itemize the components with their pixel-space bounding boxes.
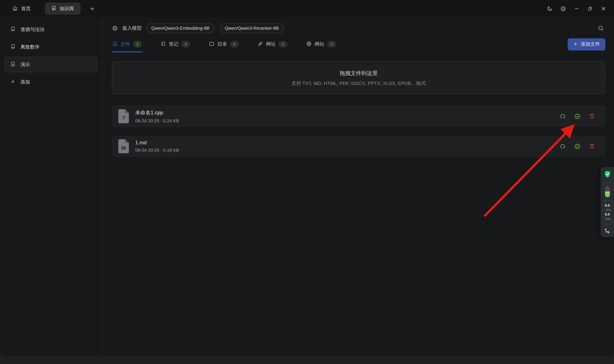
knowledge-base-main: ⚙ 嵌入模型 Qwen/Qwen3-Embedding-8B Qwen/Qwen… <box>102 17 614 356</box>
sidebar-item-kb-1[interactable]: 离散数学 <box>4 39 98 55</box>
embedding-model-chip[interactable]: Qwen/Qwen3-Embedding-8B <box>146 23 215 33</box>
tab-label: 目录 <box>217 41 227 47</box>
plus-icon <box>10 79 16 85</box>
embedding-header: ⚙ 嵌入模型 Qwen/Qwen3-Embedding-8B Qwen/Qwen… <box>112 22 605 35</box>
tab-directory[interactable]: 目录 0 <box>209 36 239 52</box>
security-shield-icon[interactable] <box>604 170 611 180</box>
plus-icon <box>573 41 578 47</box>
tab-knowledge-base[interactable]: 知识库 <box>45 2 81 15</box>
knowledge-tab-label: 知识库 <box>60 6 74 12</box>
reranker-model-chip[interactable]: Qwen/Qwen3-Reranker-8B <box>220 23 284 33</box>
upload-arrow-icon: ↑ <box>604 208 605 212</box>
desktop-monitor-widget: 0.0 ↑K/s 0.0 ↓K/s <box>600 167 614 237</box>
globe-icon <box>306 41 312 48</box>
sidebar-item-label: 演示 <box>20 62 30 67</box>
home-label: 首页 <box>21 6 31 12</box>
upload-speed-value: 0.0 <box>605 203 610 208</box>
content-tabs: 文件 2 笔记 0 目录 0 网址 0 <box>112 36 605 52</box>
file-search-icon <box>51 5 56 12</box>
book-icon <box>10 61 16 68</box>
close-button[interactable] <box>597 2 610 15</box>
file-dropzone[interactable]: 拖拽文件到这里 支持 TXT, MD, HTML, PDF, DOCX, PPT… <box>112 61 605 94</box>
titlebar: 首页 知识库 ⚙ <box>0 0 614 17</box>
delete-trash-icon[interactable] <box>588 143 596 150</box>
tab-count-badge: 0 <box>230 41 239 48</box>
book-icon <box>10 43 16 51</box>
minimize-button[interactable] <box>570 2 583 15</box>
sidebar-add-knowledge-base[interactable]: 添加 <box>4 74 98 90</box>
file-row-md[interactable]: M 1.md 08-24 20:29 · 0.19 KB <box>112 135 605 157</box>
file-meta: 08-24 20:29 · 0.19 KB <box>135 147 179 153</box>
sidebar-item-label: 离散数学 <box>20 44 40 50</box>
file-name: 1.md <box>135 140 179 146</box>
sidebar-item-label: 道德与法治 <box>20 26 44 32</box>
file-info: 未命名1.cpp 08-24 20:29 · 0.24 KB <box>135 109 179 123</box>
upload-unit: K/s <box>606 208 611 212</box>
tab-count-badge: 0 <box>327 41 336 48</box>
new-tab-button[interactable] <box>90 6 95 11</box>
widget-divider <box>603 183 612 183</box>
tab-label: 文件 <box>121 41 130 47</box>
widget-divider <box>603 200 612 201</box>
app-window: 首页 知识库 ⚙ 道德与法治 离散数学 <box>0 0 614 364</box>
file-row-cpp[interactable]: ? 未命名1.cpp 08-24 20:29 · 0.24 KB <box>112 105 605 127</box>
tab-count-badge: 0 <box>181 41 190 48</box>
download-speed-value: 0.0 <box>605 212 610 217</box>
book-icon <box>10 26 16 33</box>
widget-divider <box>603 224 612 224</box>
file-info: 1.md 08-24 20:29 · 0.19 KB <box>135 140 179 153</box>
dropzone-title: 拖拽文件到这里 <box>340 69 378 77</box>
delete-trash-icon[interactable] <box>588 112 596 120</box>
reprocess-icon[interactable] <box>559 142 567 150</box>
folder-icon <box>209 41 215 48</box>
add-file-label: 添加文件 <box>581 41 600 47</box>
network-speed-readout: 0.0 ↑K/s 0.0 ↓K/s <box>604 203 611 221</box>
knowledge-base-sidebar: 道德与法治 离散数学 演示 添加 <box>0 17 102 356</box>
tab-label: 笔记 <box>169 41 179 47</box>
embedding-settings-gear-icon[interactable]: ⚙ <box>112 25 118 31</box>
tab-count-badge: 2 <box>133 41 142 48</box>
tab-label: 网站 <box>315 41 324 47</box>
dropzone-formats: 支持 TXT, MD, HTML, PDF, DOCX, PPTX, XLSX,… <box>292 80 426 86</box>
link-icon <box>257 41 263 48</box>
file-meta: 08-24 20:29 · 0.24 KB <box>135 118 179 123</box>
screenshot-crop-icon[interactable] <box>604 227 611 234</box>
file-actions <box>559 112 596 120</box>
add-file-button[interactable]: 添加文件 <box>568 38 605 50</box>
theme-toggle-moon-icon[interactable] <box>543 2 557 15</box>
home-button[interactable]: 首页 <box>12 5 31 12</box>
home-icon <box>12 5 18 12</box>
settings-gear-icon[interactable]: ⚙ <box>557 2 570 15</box>
tab-urls[interactable]: 网址 0 <box>257 36 288 52</box>
file-name: 未命名1.cpp <box>135 109 179 116</box>
file-type-icon-unknown: ? <box>118 109 129 123</box>
download-arrow-icon: ↓ <box>604 217 605 221</box>
processed-check-icon[interactable] <box>573 112 581 120</box>
tab-sites[interactable]: 网站 0 <box>306 36 336 52</box>
processed-check-icon[interactable] <box>573 142 581 150</box>
file-actions <box>559 142 596 150</box>
embedding-label: 嵌入模型 <box>123 25 142 31</box>
book-icon <box>112 41 118 48</box>
sidebar-add-label: 添加 <box>20 79 30 85</box>
download-unit: K/s <box>606 217 611 221</box>
search-icon[interactable] <box>596 24 605 33</box>
sidebar-item-kb-2-selected[interactable]: 演示 <box>4 57 98 72</box>
notebook-icon <box>161 41 166 48</box>
titlebar-left: 首页 知识库 <box>12 2 95 15</box>
reprocess-icon[interactable] <box>559 112 567 120</box>
tab-label: 网址 <box>266 41 276 47</box>
file-type-icon-markdown: M <box>118 139 129 153</box>
restore-button[interactable] <box>583 2 597 15</box>
file-list: ? 未命名1.cpp 08-24 20:29 · 0.24 KB M 1.md <box>112 105 605 157</box>
tab-notes[interactable]: 笔记 0 <box>160 36 191 52</box>
tab-files[interactable]: 文件 2 <box>112 36 142 52</box>
sidebar-item-kb-0[interactable]: 道德与法治 <box>4 22 98 37</box>
tab-count-badge: 0 <box>279 41 288 48</box>
content-shell: 道德与法治 离散数学 演示 添加 ⚙ 嵌入模型 Qwen/Qwen3-Embed… <box>0 17 614 356</box>
window-controls: ⚙ <box>543 2 610 15</box>
battery-indicator[interactable] <box>605 186 610 197</box>
